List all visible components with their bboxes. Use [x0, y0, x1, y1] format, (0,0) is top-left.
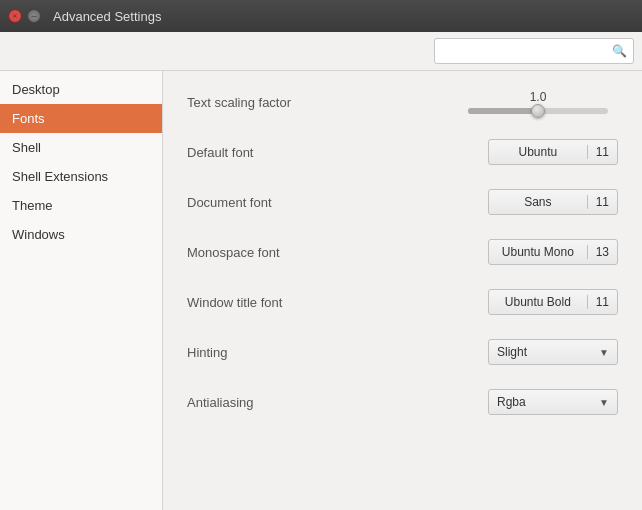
window-title-font-button[interactable]: Ubuntu Bold 11	[488, 289, 618, 315]
slider-fill	[468, 108, 538, 114]
sidebar-item-label: Desktop	[12, 82, 60, 97]
search-box[interactable]: 🔍	[434, 38, 634, 64]
window-title-font-control: Ubuntu Bold 11	[387, 289, 618, 315]
close-button[interactable]: ×	[8, 9, 22, 23]
sidebar-item-label: Fonts	[12, 111, 45, 126]
sidebar-item-label: Windows	[12, 227, 65, 242]
sidebar-item-shell-extensions[interactable]: Shell Extensions	[0, 162, 162, 191]
default-font-control: Ubuntu 11	[387, 139, 618, 165]
text-scaling-control: 1.0	[387, 90, 618, 114]
search-icon: 🔍	[612, 44, 627, 58]
sidebar-item-windows[interactable]: Windows	[0, 220, 162, 249]
setting-row-text-scaling: Text scaling factor 1.0	[187, 87, 618, 117]
document-font-label: Document font	[187, 195, 387, 210]
minimize-icon: –	[31, 11, 36, 21]
hinting-label: Hinting	[187, 345, 387, 360]
default-font-button[interactable]: Ubuntu 11	[488, 139, 618, 165]
window-controls: × –	[8, 9, 41, 23]
text-scaling-slider-container: 1.0	[458, 90, 618, 114]
setting-row-antialiasing: Antialiasing Rgba ▼	[187, 387, 618, 417]
monospace-font-control: Ubuntu Mono 13	[387, 239, 618, 265]
monospace-font-name: Ubuntu Mono	[489, 245, 587, 259]
monospace-font-button[interactable]: Ubuntu Mono 13	[488, 239, 618, 265]
chevron-down-icon: ▼	[599, 397, 609, 408]
monospace-font-label: Monospace font	[187, 245, 387, 260]
main-layout: Desktop Fonts Shell Shell Extensions The…	[0, 71, 642, 510]
titlebar: × – Advanced Settings	[0, 0, 642, 32]
slider-thumb[interactable]	[531, 104, 545, 118]
antialiasing-label: Antialiasing	[187, 395, 387, 410]
document-font-button[interactable]: Sans 11	[488, 189, 618, 215]
content-area: Text scaling factor 1.0 Default font Ub	[163, 71, 642, 510]
setting-row-document-font: Document font Sans 11	[187, 187, 618, 217]
search-input[interactable]	[441, 44, 612, 58]
window-title: Advanced Settings	[53, 9, 161, 24]
sidebar-item-theme[interactable]: Theme	[0, 191, 162, 220]
close-icon: ×	[12, 11, 17, 21]
text-scaling-label: Text scaling factor	[187, 95, 387, 110]
hinting-value: Slight	[497, 345, 593, 359]
default-font-size: 11	[587, 145, 617, 159]
antialiasing-control: Rgba ▼	[387, 389, 618, 415]
sidebar: Desktop Fonts Shell Shell Extensions The…	[0, 71, 163, 510]
chevron-down-icon: ▼	[599, 347, 609, 358]
document-font-name: Sans	[489, 195, 587, 209]
sidebar-item-label: Shell	[12, 140, 41, 155]
default-font-label: Default font	[187, 145, 387, 160]
sidebar-item-shell[interactable]: Shell	[0, 133, 162, 162]
sidebar-item-label: Shell Extensions	[12, 169, 108, 184]
searchbar-row: 🔍	[0, 32, 642, 71]
sidebar-item-label: Theme	[12, 198, 52, 213]
monospace-font-size: 13	[587, 245, 617, 259]
setting-row-monospace-font: Monospace font Ubuntu Mono 13	[187, 237, 618, 267]
default-font-name: Ubuntu	[489, 145, 587, 159]
document-font-size: 11	[587, 195, 617, 209]
window-title-font-label: Window title font	[187, 295, 387, 310]
antialiasing-value: Rgba	[497, 395, 593, 409]
sidebar-item-fonts[interactable]: Fonts	[0, 104, 162, 133]
setting-row-hinting: Hinting Slight ▼	[187, 337, 618, 367]
sidebar-item-desktop[interactable]: Desktop	[0, 75, 162, 104]
antialiasing-dropdown[interactable]: Rgba ▼	[488, 389, 618, 415]
minimize-button[interactable]: –	[27, 9, 41, 23]
document-font-control: Sans 11	[387, 189, 618, 215]
text-scaling-slider[interactable]	[468, 108, 608, 114]
window-title-font-size: 11	[587, 295, 617, 309]
window-title-font-name: Ubuntu Bold	[489, 295, 587, 309]
setting-row-window-title-font: Window title font Ubuntu Bold 11	[187, 287, 618, 317]
text-scaling-value: 1.0	[530, 90, 547, 104]
setting-row-default-font: Default font Ubuntu 11	[187, 137, 618, 167]
hinting-control: Slight ▼	[387, 339, 618, 365]
hinting-dropdown[interactable]: Slight ▼	[488, 339, 618, 365]
